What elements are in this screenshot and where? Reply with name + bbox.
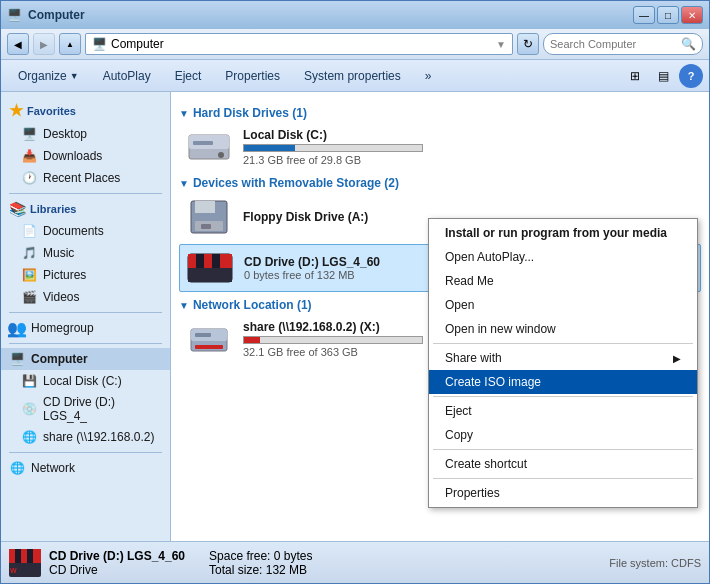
ctx-properties[interactable]: Properties	[429, 481, 697, 505]
organize-chevron: ▼	[70, 71, 79, 81]
ctx-eject[interactable]: Eject	[429, 399, 697, 423]
title-bar: 🖥️ Computer — □ ✕	[1, 1, 709, 29]
local-disk-progress-fill	[244, 145, 295, 151]
sidebar-item-pictures[interactable]: 🖼️ Pictures	[1, 264, 170, 286]
address-box[interactable]: 🖥️ Computer ▼	[85, 33, 513, 55]
preview-pane-button[interactable]: ▤	[651, 64, 675, 88]
sidebar-item-share[interactable]: 🌐 share (\\192.168.0.2)	[1, 426, 170, 448]
maximize-button[interactable]: □	[657, 6, 679, 24]
svg-rect-24	[33, 549, 41, 563]
sidebar-item-local-disk[interactable]: 💾 Local Disk (C:)	[1, 370, 170, 392]
status-info: CD Drive (D:) LGS_4_60 CD Drive	[49, 549, 185, 577]
ctx-create-iso[interactable]: Create ISO image	[429, 370, 697, 394]
ctx-autoplay[interactable]: Open AutoPlay...	[429, 245, 697, 269]
forward-button[interactable]: ▶	[33, 33, 55, 55]
network-section-label: Network Location (1)	[193, 298, 312, 312]
sidebar-item-music[interactable]: 🎵 Music	[1, 242, 170, 264]
libraries-header[interactable]: 📚 Libraries	[1, 198, 170, 220]
ctx-readme[interactable]: Read Me	[429, 269, 697, 293]
computer-section: 🖥️ Computer 💾 Local Disk (C:) 💿 CD Drive…	[1, 348, 170, 448]
address-dropdown-icon[interactable]: ▼	[496, 39, 506, 50]
search-input[interactable]	[550, 38, 677, 50]
back-button[interactable]: ◀	[7, 33, 29, 55]
cd-drive-sidebar-icon: 💿	[21, 401, 37, 417]
system-properties-label: System properties	[304, 69, 401, 83]
homegroup-section: 👥 Homegroup	[1, 317, 170, 339]
cd-drive-label: CD Drive (D:) LGS_4_	[43, 395, 162, 423]
computer-label: Computer	[31, 352, 88, 366]
removable-section-label: Devices with Removable Storage (2)	[193, 176, 399, 190]
divider-1	[9, 193, 162, 194]
libraries-icon: 📚	[9, 201, 26, 217]
ctx-create-shortcut[interactable]: Create shortcut	[429, 452, 697, 476]
cd-drive-icon	[186, 249, 234, 287]
ctx-open-new-window[interactable]: Open in new window	[429, 317, 697, 341]
downloads-label: Downloads	[43, 149, 102, 163]
sidebar-item-recent[interactable]: 🕐 Recent Places	[1, 167, 170, 189]
svg-rect-3	[193, 141, 213, 145]
sidebar-item-documents[interactable]: 📄 Documents	[1, 220, 170, 242]
eject-label: Eject	[175, 69, 202, 83]
local-disk-name: Local Disk (C:)	[243, 128, 695, 142]
floppy-drive-icon	[185, 198, 233, 236]
sidebar-item-cd-drive[interactable]: 💿 CD Drive (D:) LGS_4_	[1, 392, 170, 426]
autoplay-button[interactable]: AutoPlay	[92, 65, 162, 87]
local-disk-label: Local Disk (C:)	[43, 374, 122, 388]
ctx-create-iso-label: Create ISO image	[445, 375, 541, 389]
svg-rect-7	[201, 224, 211, 229]
svg-rect-12	[212, 254, 220, 268]
favorites-section: ★ Favorites 🖥️ Desktop 📥 Downloads 🕐 Rec…	[1, 98, 170, 189]
favorites-icon: ★	[9, 101, 23, 120]
videos-label: Videos	[43, 290, 79, 304]
help-button[interactable]: ?	[679, 64, 703, 88]
toolbar: Organize ▼ AutoPlay Eject Properties Sys…	[1, 60, 709, 92]
hdd-arrow: ▼	[179, 108, 189, 119]
search-box: 🔍	[543, 33, 703, 55]
svg-rect-13	[220, 254, 232, 268]
title-bar-left: 🖥️ Computer	[7, 8, 85, 22]
organize-button[interactable]: Organize ▼	[7, 65, 90, 87]
ctx-install[interactable]: Install or run program from your media	[429, 221, 697, 245]
local-disk-icon: 💾	[21, 373, 37, 389]
ctx-share-arrow: ▶	[673, 353, 681, 364]
system-properties-button[interactable]: System properties	[293, 65, 412, 87]
ctx-sep-2	[433, 396, 693, 397]
share-progress-bg	[243, 336, 423, 344]
favorites-header[interactable]: ★ Favorites	[1, 98, 170, 123]
sidebar-item-videos[interactable]: 🎬 Videos	[1, 286, 170, 308]
up-button[interactable]: ▲	[59, 33, 81, 55]
status-space: Space free: 0 bytes Total size: 132 MB	[209, 549, 312, 577]
status-drive-icon: W	[9, 547, 41, 579]
videos-icon: 🎬	[21, 289, 37, 305]
homegroup-icon: 👥	[9, 320, 25, 336]
sidebar-item-homegroup[interactable]: 👥 Homegroup	[1, 317, 170, 339]
local-disk-drive-icon	[185, 128, 233, 166]
svg-rect-11	[204, 254, 212, 268]
eject-button[interactable]: Eject	[164, 65, 213, 87]
ctx-sep-1	[433, 343, 693, 344]
sidebar-item-network[interactable]: 🌐 Network	[1, 457, 170, 479]
sidebar-item-downloads[interactable]: 📥 Downloads	[1, 145, 170, 167]
ctx-share-with[interactable]: Share with ▶	[429, 346, 697, 370]
ctx-copy[interactable]: Copy	[429, 423, 697, 447]
refresh-button[interactable]: ↻	[517, 33, 539, 55]
properties-button[interactable]: Properties	[214, 65, 291, 87]
status-bar: W CD Drive (D:) LGS_4_60 CD Drive Space …	[1, 541, 709, 583]
status-drive-name: CD Drive (D:) LGS_4_60	[49, 549, 185, 563]
minimize-button[interactable]: —	[633, 6, 655, 24]
more-button[interactable]: »	[414, 65, 443, 87]
view-options-button[interactable]: ⊞	[623, 64, 647, 88]
address-path: Computer	[111, 37, 164, 51]
window-controls: — □ ✕	[633, 6, 703, 24]
sidebar-item-computer[interactable]: 🖥️ Computer	[1, 348, 170, 370]
ctx-open-new-window-label: Open in new window	[445, 322, 556, 336]
svg-rect-17	[195, 333, 211, 337]
ctx-sep-3	[433, 449, 693, 450]
close-button[interactable]: ✕	[681, 6, 703, 24]
sidebar-item-desktop[interactable]: 🖥️ Desktop	[1, 123, 170, 145]
local-disk-item[interactable]: Local Disk (C:) 21.3 GB free of 29.8 GB	[179, 124, 701, 170]
documents-label: Documents	[43, 224, 104, 238]
libraries-label: Libraries	[30, 203, 76, 215]
network-label: Network	[31, 461, 75, 475]
ctx-open[interactable]: Open	[429, 293, 697, 317]
